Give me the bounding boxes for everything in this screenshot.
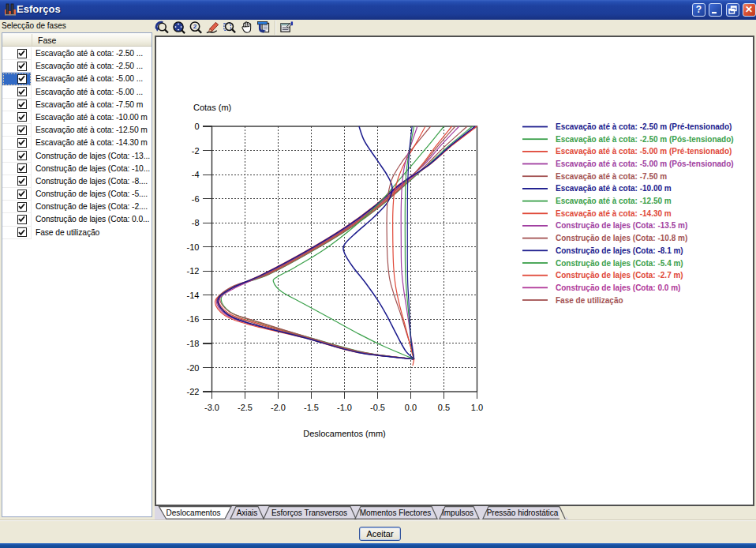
svg-text:Construção de lajes (Cota: 0.0: Construção de lajes (Cota: 0.0 m) xyxy=(556,283,680,292)
svg-text:-1.0: -1.0 xyxy=(337,403,352,412)
svg-text:1.0: 1.0 xyxy=(471,403,483,412)
svg-text:Impulsos: Impulsos xyxy=(442,509,473,517)
svg-text:0: 0 xyxy=(194,122,199,131)
svg-text:Cotas (m): Cotas (m) xyxy=(193,103,231,112)
svg-text:Axiais: Axiais xyxy=(237,509,258,517)
svg-text:Construção de lajes (Cota: -8.: Construção de lajes (Cota: -8.1 m) xyxy=(556,246,683,255)
svg-text:Construção de lajes (Cota: -10: Construção de lajes (Cota: -10.8 m) xyxy=(556,234,687,242)
svg-text:-6: -6 xyxy=(192,194,200,204)
svg-text:-2: -2 xyxy=(192,146,200,156)
svg-text:Deslocamentos: Deslocamentos xyxy=(167,509,221,517)
svg-text:Construção de lajes (Cota: -2.: Construção de lajes (Cota: -2.7 m) xyxy=(556,271,683,280)
svg-text:Escavação até à cota: -10.00 m: Escavação até à cota: -10.00 m xyxy=(556,184,672,193)
svg-text:0.5: 0.5 xyxy=(438,403,450,412)
svg-text:Esforços Transversos: Esforços Transversos xyxy=(271,509,347,517)
svg-text:-0.5: -0.5 xyxy=(370,403,385,412)
svg-text:-2.5: -2.5 xyxy=(238,403,253,412)
svg-text:0.0: 0.0 xyxy=(405,403,417,412)
svg-text:-16: -16 xyxy=(187,314,200,324)
svg-text:Escavação até à cota: -14.30 m: Escavação até à cota: -14.30 m xyxy=(556,209,672,218)
svg-text:Construção de lajes (Cota: -13: Construção de lajes (Cota: -13.5 m) xyxy=(556,221,687,230)
svg-text:Escavação até à cota: -2.50 m: Escavação até à cota: -2.50 m (Pré-tensi… xyxy=(556,122,732,131)
svg-text:Escavação até à cota: -5.00 m: Escavação até à cota: -5.00 m (Pós-tensi… xyxy=(556,160,734,168)
svg-text:-18: -18 xyxy=(187,339,200,348)
svg-text:Escavação até à cota: -5.00 m: Escavação até à cota: -5.00 m (Pré-tensi… xyxy=(556,147,732,156)
svg-text:-2.0: -2.0 xyxy=(271,403,286,412)
svg-text:-20: -20 xyxy=(187,363,200,373)
svg-text:2: 2 xyxy=(193,23,197,30)
svg-text:-10: -10 xyxy=(187,242,200,252)
svg-text:Escavação até à cota: -2.50 m: Escavação até à cota: -2.50 m (Pós-tensi… xyxy=(556,135,734,144)
svg-text:-1.5: -1.5 xyxy=(304,403,319,412)
svg-text:-8: -8 xyxy=(192,218,200,227)
svg-text:Escavação até à cota: -12.50 m: Escavação até à cota: -12.50 m xyxy=(556,197,672,205)
svg-text:Momentos Flectores: Momentos Flectores xyxy=(360,509,432,517)
svg-text:-14: -14 xyxy=(187,291,200,300)
svg-text:Escavação até à cota: -7.50 m: Escavação até à cota: -7.50 m xyxy=(556,172,667,181)
svg-text:-3.0: -3.0 xyxy=(204,403,219,412)
svg-text:-12: -12 xyxy=(187,266,200,276)
svg-text:Fase de utilização: Fase de utilização xyxy=(556,296,623,305)
svg-text:Deslocamentos (mm): Deslocamentos (mm) xyxy=(303,429,386,438)
svg-text:-22: -22 xyxy=(187,387,200,396)
svg-text:-4: -4 xyxy=(192,170,200,179)
svg-text:Pressão hidrostática: Pressão hidrostática xyxy=(487,509,559,517)
svg-text:Construção de lajes (Cota: -5.: Construção de lajes (Cota: -5.4 m) xyxy=(556,259,683,268)
